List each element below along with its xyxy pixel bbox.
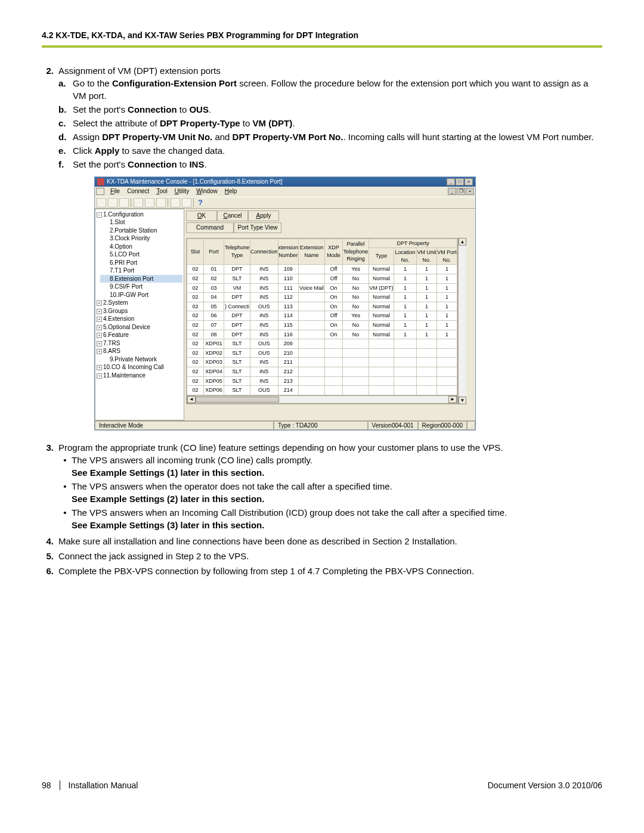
minimize-button[interactable]: _ — [447, 178, 455, 185]
tree-item[interactable]: 10.IP-GW Port — [110, 292, 148, 298]
table-row[interactable]: 02XDP04SLTINS212 — [187, 367, 457, 376]
table-cell[interactable]: OUS — [250, 302, 278, 311]
table-cell[interactable]: 115 — [278, 320, 299, 330]
table-row[interactable]: 0205) ConnectiOUS113OnNoNormal111 — [187, 302, 457, 311]
table-row[interactable]: 0208DPTINS116OnNoNormal111 — [187, 330, 457, 339]
scroll-up-icon[interactable]: ▲ — [459, 238, 466, 246]
tree-item[interactable]: 7.TRS — [103, 340, 120, 346]
table-cell[interactable]: Normal — [369, 302, 394, 311]
table-cell[interactable]: INS — [250, 283, 278, 293]
table-cell[interactable] — [369, 358, 394, 367]
tree-item[interactable]: 3.Groups — [103, 308, 128, 314]
table-cell[interactable]: On — [325, 293, 343, 302]
table-cell[interactable]: No — [343, 330, 369, 339]
table-cell[interactable]: On — [325, 330, 343, 339]
table-cell[interactable]: 213 — [278, 376, 299, 386]
table-cell[interactable]: 02 — [204, 274, 224, 283]
table-cell[interactable]: 06 — [204, 311, 224, 321]
table-cell[interactable] — [299, 302, 325, 311]
table-cell[interactable]: Normal — [369, 274, 394, 283]
table-cell[interactable] — [394, 386, 417, 395]
table-cell[interactable]: On — [325, 320, 343, 330]
table-cell[interactable] — [437, 376, 457, 386]
table-row[interactable]: 0201DPTINS109OffYesNormal111 — [187, 265, 457, 274]
table-cell[interactable]: SLT — [224, 386, 250, 395]
table-cell[interactable]: DPT — [224, 293, 250, 302]
tree-item[interactable]: 2.Portable Station — [110, 227, 157, 234]
table-cell[interactable]: Normal — [369, 330, 394, 339]
mdi-minimize-button[interactable]: _ — [448, 188, 456, 195]
table-cell[interactable]: 02 — [187, 311, 204, 321]
toolbar-connect-icon[interactable] — [171, 198, 180, 208]
tree-item[interactable]: 4.Extension — [103, 315, 134, 322]
table-cell[interactable]: 114 — [278, 311, 299, 321]
table-cell[interactable]: 212 — [278, 367, 299, 376]
tree-item-selected[interactable]: 8.Extension Port — [110, 275, 153, 282]
expand-icon[interactable]: + — [97, 365, 102, 370]
expand-icon[interactable]: + — [97, 301, 102, 306]
expand-icon[interactable]: + — [97, 325, 102, 330]
table-cell[interactable]: INS — [250, 367, 278, 376]
table-cell[interactable] — [437, 358, 457, 367]
table-cell[interactable]: 1 — [394, 330, 417, 339]
toolbar-open-icon[interactable] — [108, 198, 117, 208]
table-cell[interactable] — [343, 348, 369, 358]
table-cell[interactable]: XDP01 — [204, 339, 224, 349]
table-cell[interactable] — [417, 339, 437, 349]
table-cell[interactable]: 02 — [187, 339, 204, 349]
table-cell[interactable] — [299, 339, 325, 349]
table-row[interactable]: 0207DPTINS115OnNoNormal111 — [187, 320, 457, 330]
table-cell[interactable]: 1 — [417, 302, 437, 311]
table-cell[interactable] — [299, 274, 325, 283]
table-cell[interactable]: 07 — [204, 320, 224, 330]
table-cell[interactable]: No — [343, 283, 369, 293]
table-cell[interactable] — [437, 367, 457, 376]
table-cell[interactable]: 1 — [417, 283, 437, 293]
tree-item[interactable]: 2.System — [103, 299, 128, 306]
table-cell[interactable] — [299, 386, 325, 395]
table-cell[interactable]: XDP02 — [204, 348, 224, 358]
table-cell[interactable]: 214 — [278, 386, 299, 395]
table-row[interactable]: 02XDP02SLTOUS210 — [187, 348, 457, 358]
table-row[interactable]: 0206DPTINS114OffYesNormal111 — [187, 311, 457, 321]
mdi-restore-button[interactable]: ❐ — [457, 188, 465, 195]
table-cell[interactable]: VM — [224, 283, 250, 293]
table-cell[interactable]: 1 — [437, 265, 457, 274]
tree-item[interactable]: 9.CSI/F Port — [110, 283, 143, 290]
table-cell[interactable]: 112 — [278, 293, 299, 302]
table-cell[interactable] — [343, 386, 369, 395]
cancel-button[interactable]: Cancel — [217, 210, 248, 221]
table-cell[interactable] — [299, 320, 325, 330]
window-titlebar[interactable]: KX-TDA Maintenance Console - [1.Configur… — [95, 177, 475, 187]
table-cell[interactable]: 111 — [278, 283, 299, 293]
table-cell[interactable]: 03 — [204, 283, 224, 293]
table-cell[interactable]: 1 — [437, 283, 457, 293]
table-cell[interactable] — [299, 376, 325, 386]
table-row[interactable]: 0202SLTINS110OffNoNormal111 — [187, 274, 457, 283]
resize-grip-icon[interactable]: ⋰ — [467, 421, 475, 430]
table-cell[interactable] — [417, 386, 437, 395]
table-cell[interactable]: 01 — [204, 265, 224, 274]
table-cell[interactable]: SLT — [224, 358, 250, 367]
table-cell[interactable]: 1 — [417, 293, 437, 302]
table-cell[interactable]: INS — [250, 358, 278, 367]
table-cell[interactable]: 1 — [437, 293, 457, 302]
table-cell[interactable]: 1 — [437, 330, 457, 339]
command-button[interactable]: Command — [186, 222, 234, 233]
table-cell[interactable]: VM (DPT) — [369, 283, 394, 293]
toolbar-save-icon[interactable] — [119, 198, 129, 208]
table-cell[interactable] — [299, 293, 325, 302]
table-cell[interactable]: SLT — [224, 339, 250, 349]
table-cell[interactable]: 04 — [204, 293, 224, 302]
table-cell[interactable]: INS — [250, 274, 278, 283]
apply-button[interactable]: Apply — [248, 210, 279, 221]
table-cell[interactable]: 110 — [278, 274, 299, 283]
table-cell[interactable] — [299, 367, 325, 376]
extension-port-table[interactable]: Slot Port Telephone Type Connection xten… — [187, 239, 457, 395]
table-cell[interactable]: 209 — [278, 339, 299, 349]
table-cell[interactable] — [343, 367, 369, 376]
scroll-down-icon[interactable]: ▼ — [459, 397, 466, 404]
toolbar-paste-icon[interactable] — [156, 198, 166, 208]
table-cell[interactable]: 02 — [187, 330, 204, 339]
table-cell[interactable]: Yes — [343, 265, 369, 274]
